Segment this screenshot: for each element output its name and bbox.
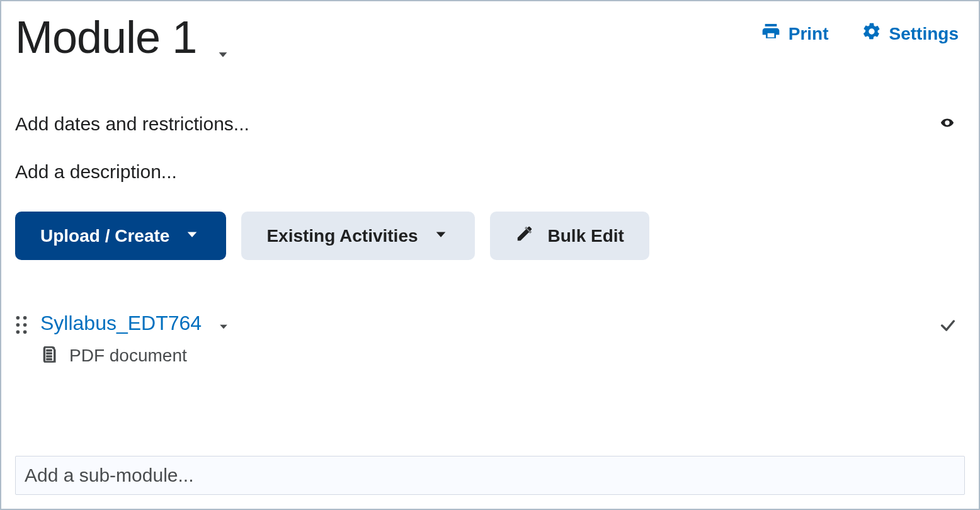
printer-icon: [761, 21, 781, 46]
print-label: Print: [789, 24, 829, 44]
action-button-row: Upload / Create Existing Activities Bulk…: [15, 212, 965, 260]
title-group: Module 1: [15, 14, 232, 64]
svg-point-0: [16, 316, 20, 320]
content-item-title[interactable]: Syllabus_EDT764: [40, 312, 202, 335]
upload-create-button[interactable]: Upload / Create: [15, 212, 226, 260]
add-description[interactable]: Add a description...: [15, 161, 965, 183]
svg-point-4: [16, 330, 20, 334]
bulk-edit-label: Bulk Edit: [548, 226, 624, 246]
print-button[interactable]: Print: [761, 21, 829, 46]
add-dates-restrictions[interactable]: Add dates and restrictions...: [15, 113, 249, 135]
chevron-down-icon: [183, 226, 201, 246]
content-item-left: Syllabus_EDT764 PDF document: [15, 310, 232, 367]
svg-point-1: [23, 316, 27, 320]
content-item-body: Syllabus_EDT764 PDF document: [40, 310, 232, 367]
header: Module 1 Print Settings: [15, 14, 965, 64]
existing-activities-label: Existing Activities: [266, 226, 418, 246]
svg-point-5: [23, 330, 27, 334]
visibility-icon[interactable]: [937, 116, 957, 132]
pencil-icon: [515, 224, 534, 247]
drag-handle-icon[interactable]: [15, 315, 28, 337]
settings-label: Settings: [889, 24, 959, 44]
svg-point-2: [16, 323, 20, 327]
checkmark-icon[interactable]: [937, 317, 959, 337]
document-icon: [40, 344, 58, 367]
existing-activities-button[interactable]: Existing Activities: [241, 212, 474, 260]
gear-icon: [862, 21, 882, 46]
content-item-type: PDF document: [69, 346, 187, 366]
chevron-down-icon[interactable]: [214, 48, 232, 64]
chevron-down-icon: [432, 226, 450, 246]
bulk-edit-button[interactable]: Bulk Edit: [490, 212, 649, 260]
page-title[interactable]: Module 1: [15, 14, 197, 62]
add-sub-module-input[interactable]: [15, 456, 965, 495]
upload-create-label: Upload / Create: [40, 226, 169, 246]
content-item: Syllabus_EDT764 PDF document: [15, 310, 965, 367]
meta-row: Add dates and restrictions...: [15, 113, 965, 135]
header-actions: Print Settings: [761, 21, 959, 46]
content-item-title-row: Syllabus_EDT764: [40, 310, 232, 336]
settings-button[interactable]: Settings: [862, 21, 959, 46]
content-item-type-row: PDF document: [40, 344, 232, 367]
svg-point-3: [23, 323, 27, 327]
chevron-down-icon[interactable]: [215, 320, 232, 336]
